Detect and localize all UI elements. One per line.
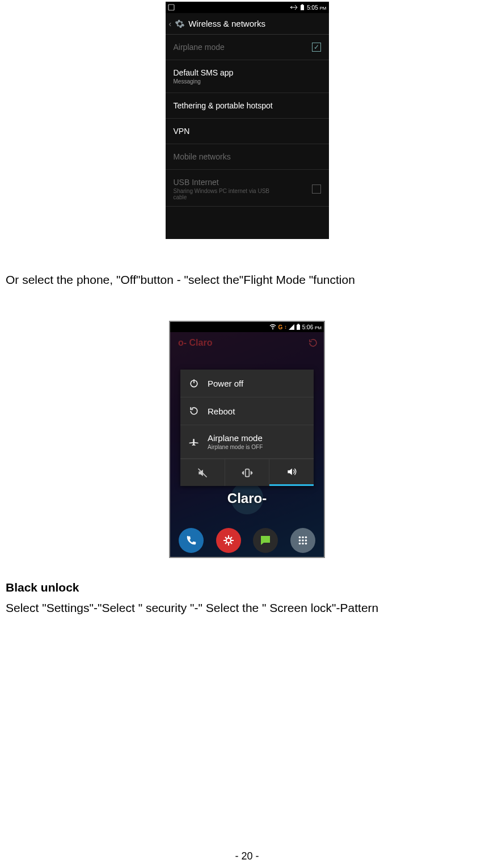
option-label: Power off: [208, 379, 243, 388]
option-label: Reboot: [208, 406, 235, 416]
svg-rect-0: [168, 5, 174, 10]
setting-mobile-networks[interactable]: Mobile networks: [166, 144, 329, 170]
option-sublabel: Airplane mode is OFF: [208, 444, 263, 450]
status-time: 5:06 PM: [302, 324, 322, 330]
setting-sublabel: Sharing Windows PC internet via USB cabl…: [174, 188, 281, 200]
wifi-icon: [269, 324, 276, 330]
reboot-option[interactable]: Reboot: [180, 397, 314, 425]
signal-icon: [289, 324, 294, 330]
page-number: - 20 -: [0, 850, 494, 862]
setting-vpn[interactable]: VPN: [166, 119, 329, 144]
data-arrows-icon: ↕: [284, 324, 287, 330]
messaging-app-icon[interactable]: [253, 528, 278, 553]
silent-mode-button[interactable]: [180, 459, 225, 486]
phone-app-icon[interactable]: [179, 528, 204, 553]
svg-point-14: [299, 539, 301, 542]
reboot-icon: [188, 405, 200, 417]
speaker-on-icon: [286, 466, 297, 477]
svg-rect-4: [297, 325, 300, 330]
status-bar: G ↕ 5:06 PM: [170, 322, 324, 332]
checkbox-checked-icon[interactable]: ✓: [312, 43, 321, 52]
svg-point-10: [226, 538, 231, 543]
refresh-icon[interactable]: [308, 338, 318, 348]
setting-label: Tethering & portable hotspot: [174, 101, 273, 110]
setting-tethering-hotspot[interactable]: Tethering & portable hotspot: [166, 93, 329, 119]
screenshot-power-menu: G ↕ 5:06 PM o- Claro: [169, 321, 325, 558]
wallpaper-brand-text: Claro-: [170, 490, 324, 506]
airplane-mode-option[interactable]: Airplane mode Airplane mode is OFF: [180, 425, 314, 459]
svg-rect-9: [245, 469, 249, 476]
setting-label: USB Internet: [174, 178, 281, 187]
svg-point-13: [305, 536, 307, 539]
svg-point-3: [273, 329, 274, 330]
option-label: Airplane mode: [208, 433, 263, 443]
caption-flight-mode: Or select the phone, "Off"button - "sele…: [6, 273, 488, 287]
status-bar: 5:05 PM: [166, 2, 329, 13]
sound-mode-button[interactable]: [269, 459, 314, 486]
dock: [170, 524, 324, 557]
svg-point-18: [302, 543, 304, 545]
vibrate-mode-button[interactable]: [225, 459, 269, 486]
setting-usb-internet[interactable]: USB Internet Sharing Windows PC internet…: [166, 170, 329, 207]
setting-label: VPN: [174, 127, 190, 136]
setting-airplane-mode[interactable]: Airplane mode ✓: [166, 35, 329, 60]
claro-app-icon[interactable]: [216, 528, 241, 553]
svg-rect-2: [302, 5, 303, 6]
airplane-icon: [188, 436, 200, 447]
svg-point-11: [299, 536, 301, 539]
settings-gear-icon: [175, 19, 185, 29]
g-indicator: G: [278, 324, 282, 330]
svg-point-19: [305, 543, 307, 545]
setting-label: Default SMS app: [174, 68, 234, 77]
battery-icon: [300, 4, 305, 11]
page-title: Wireless & networks: [188, 19, 265, 28]
setting-label: Mobile networks: [174, 152, 231, 161]
svg-point-12: [302, 536, 304, 539]
battery-icon: [296, 324, 301, 330]
svg-rect-5: [297, 324, 299, 325]
airplane-mode-status-icon: [290, 4, 298, 11]
setting-sublabel: Messaging: [174, 78, 234, 85]
status-time: 5:05 PM: [307, 5, 326, 11]
power-icon: [188, 378, 200, 389]
svg-point-16: [305, 539, 307, 542]
power-menu-dialog: Power off Reboot Airplane: [180, 370, 314, 486]
title-bar[interactable]: ‹ Wireless & networks: [166, 13, 329, 35]
app-drawer-icon[interactable]: [290, 528, 315, 553]
caption-screen-lock: Select "Settings"-"Select " security "-"…: [6, 601, 488, 615]
speaker-muted-icon: [197, 467, 208, 479]
screenshot-wireless-settings: 5:05 PM ‹ Wireless & networks Airplane m…: [166, 2, 329, 239]
vibrate-icon: [242, 467, 253, 479]
status-notification-icon: [168, 4, 175, 11]
svg-rect-1: [301, 5, 304, 10]
checkbox-unchecked-icon[interactable]: [312, 184, 321, 194]
svg-point-15: [302, 539, 304, 542]
svg-point-17: [299, 543, 301, 545]
volume-mode-row: [180, 459, 314, 486]
setting-default-sms-app[interactable]: Default SMS app Messaging: [166, 60, 329, 93]
setting-label: Airplane mode: [174, 43, 225, 52]
back-chevron-icon[interactable]: ‹: [169, 19, 172, 28]
browser-address-bar: o- Claro: [170, 332, 324, 354]
power-off-option[interactable]: Power off: [180, 370, 314, 397]
section-heading: Black unlock: [6, 581, 488, 594]
